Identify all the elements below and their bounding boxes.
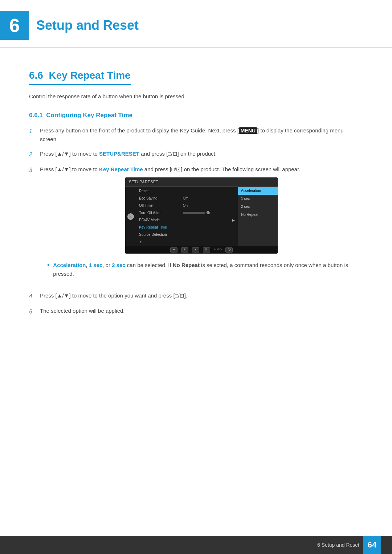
osd-left [125,187,136,246]
osd-nav-bar: ◄ ▼ ▲ ⊡ AUTO ⏻ [125,246,278,254]
step-number-5: 5 [29,307,40,316]
osd-dropdown-2sec: 2 sec [238,203,278,211]
osd-item-offtimer: Off Timer : On [136,202,238,209]
osd-body: Reset Eco Saving : Off Off Timer : [125,187,278,246]
osd-dropdown-panel: Acceleration 1 sec 2 sec No Repeat [238,187,278,246]
osd-item-keyrepeat: Key Repeat Time [136,224,238,231]
osd-menu-list: Reset Eco Saving : Off Off Timer : [136,187,238,246]
nav-btn-down: ▼ [181,247,188,253]
chapter-header: 6 Setup and Reset [0,0,392,48]
nav-btn-up: ▲ [192,247,199,253]
osd-title-bar: SETUP&RESET [125,177,278,187]
osd-screenshot: SETUP&RESET Reset Eco Saving [125,177,278,254]
nav-btn-power: ⏻ [225,247,233,253]
chapter-number: 6 [9,15,20,36]
setup-reset-keyword: SETUP&RESET [99,151,139,157]
gear-icon [127,213,134,220]
bullet-note: • Acceleration, 1 sec, or 2 sec can be s… [47,261,363,278]
content-area: 6.6 Key Repeat Time Control the response… [0,55,392,316]
step-content-5: The selected option will be applied. [40,307,363,316]
step-item-1: 1 Press any button on the front of the p… [29,126,363,144]
step-content-2: Press [▲/▼] to move to SETUP&RESET and p… [40,149,363,159]
step-list: 1 Press any button on the front of the p… [29,126,363,316]
step-content-4: Press [▲/▼] to move to the option you wa… [40,291,363,301]
2sec-label: 2 sec [112,262,126,268]
step-number-1: 1 [29,126,40,144]
chapter-title: Setup and Reset [36,18,139,33]
osd-item-eco: Eco Saving : Off [136,195,238,202]
acceleration-label: Acceleration [53,262,86,268]
nav-btn-left: ◄ [170,247,177,253]
osd-item-source: Source Detection [136,231,238,238]
osd-item-more: ▼ [136,238,238,245]
step-number-2: 2 [29,149,40,159]
1sec-label: 1 sec [89,262,103,268]
nav-label-auto: AUTO [214,247,222,252]
step-item-5: 5 The selected option will be applied. [29,307,363,316]
step-item-3: 3 Press [▲/▼] to move to Key Repeat Time… [29,165,363,286]
osd-item-pcav: PC/AV Mode ▶ [136,217,238,224]
step-content-3: Press [▲/▼] to move to Key Repeat Time a… [40,165,363,286]
section-description: Control the response rate of a button wh… [29,92,363,101]
osd-dropdown-norepeat: No Repeat [238,211,278,219]
step-item-2: 2 Press [▲/▼] to move to SETUP&RESET and… [29,149,363,159]
step-number-4: 4 [29,291,40,301]
osd-dropdown-acceleration: Acceleration [238,187,278,195]
nav-btn-enter: ⊡ [203,247,210,253]
menu-key-label: MENU [239,127,257,134]
step-content-1: Press any button on the front of the pro… [40,126,363,144]
footer-text: 6 Setup and Reset [317,542,359,548]
progress-track [183,212,205,214]
chapter-number-box: 6 [0,11,29,40]
osd-item-turnoff: Turn Off After : 4h [136,209,238,217]
page-footer: 6 Setup and Reset 64 [0,536,392,554]
osd-menu: SETUP&RESET Reset Eco Saving [125,177,278,254]
bullet-note-text: Acceleration, 1 sec, or 2 sec can be sel… [53,261,363,278]
footer-page-number: 64 [363,536,381,554]
step-number-3: 3 [29,165,40,286]
bullet-dot: • [47,260,49,271]
section-heading: 6.6 Key Repeat Time [29,70,131,85]
key-repeat-keyword: Key Repeat Time [99,166,143,172]
osd-dropdown-1sec: 1 sec [238,195,278,203]
osd-item-reset: Reset [136,188,238,195]
subsection-heading: 6.6.1 Configuring Key Repeat Time [29,112,363,119]
step-item-4: 4 Press [▲/▼] to move to the option you … [29,291,363,301]
